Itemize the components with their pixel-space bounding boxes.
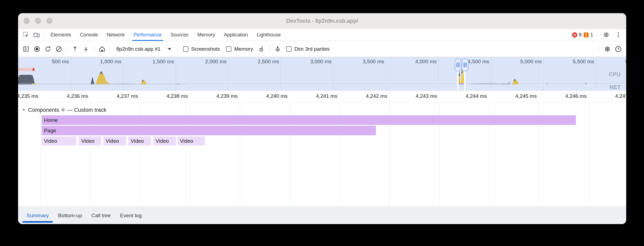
- divider: [269, 45, 270, 53]
- overview-tick-label: 2,500 ms: [258, 59, 279, 65]
- ruler-tick-label: 4,238 ms: [166, 93, 188, 99]
- selection-left-stem[interactable]: [457, 71, 459, 90]
- gear-icon: [604, 45, 611, 53]
- ruler-tick-label: 4,247 ms: [615, 93, 626, 99]
- ruler-tick-label: 4,243 ms: [416, 93, 437, 99]
- upload-icon: [71, 45, 79, 53]
- net-label: NET: [610, 84, 621, 90]
- track-bar-home[interactable]: Home: [42, 115, 576, 125]
- track-bar-video[interactable]: Video: [178, 136, 205, 145]
- ruler-tick-label: 4,242 ms: [366, 93, 387, 99]
- clear-button[interactable]: [54, 44, 64, 54]
- checkbox-label: Screenshots: [191, 46, 220, 52]
- target-selector[interactable]: 8p2n9n.csb.app #1: [113, 46, 175, 52]
- dim-3rd-parties-checkbox[interactable]: Dim 3rd parties: [283, 46, 332, 52]
- save-profile-button[interactable]: [81, 44, 91, 54]
- cpu-label: CPU: [609, 71, 621, 78]
- tab-performance[interactable]: Performance: [129, 29, 166, 41]
- checkbox-label: Memory: [234, 46, 253, 52]
- track-bar-video[interactable]: Video: [79, 136, 101, 145]
- checkbox-box: [183, 46, 188, 52]
- bottom-tab-summary[interactable]: Summary: [22, 207, 53, 224]
- bottom-tab-event-log[interactable]: Event log: [115, 207, 146, 224]
- window-title: DevTools - 8p2n9n.csb.app/: [18, 13, 626, 29]
- capture-settings-button[interactable]: [602, 44, 613, 54]
- help-icon: ?: [615, 45, 622, 53]
- svg-text:?: ?: [617, 47, 619, 51]
- track-bar-video[interactable]: Video: [153, 136, 176, 145]
- tab-elements[interactable]: Elements: [46, 29, 76, 41]
- warning-badge[interactable]: 1: [583, 32, 593, 38]
- titlebar: DevTools - 8p2n9n.csb.app/: [18, 13, 626, 29]
- track-bar-video[interactable]: Video: [103, 136, 126, 145]
- performance-toolbar: 8p2n9n.csb.app #1 Screenshots Memory: [18, 41, 626, 57]
- checkbox-box: [226, 46, 231, 52]
- net-divider-line: [18, 83, 626, 84]
- ruler-tick-label: 4,239 ms: [216, 93, 238, 99]
- detail-ruler[interactable]: 4,235 ms4,236 ms4,237 ms4,238 ms4,239 ms…: [18, 91, 626, 102]
- home-button[interactable]: [97, 44, 107, 54]
- divider: [597, 31, 597, 38]
- tab-memory[interactable]: Memory: [193, 29, 219, 41]
- tabbar-right: 8 1: [572, 30, 623, 40]
- tab-network[interactable]: Network: [102, 29, 129, 41]
- divider: [67, 45, 67, 53]
- divider: [44, 31, 44, 38]
- checkbox-box: [286, 46, 292, 52]
- ruler-tick-label: 4,245 ms: [515, 93, 537, 99]
- record-icon: [33, 45, 40, 53]
- collapse-triangle-icon: ▼: [22, 108, 26, 112]
- record-button[interactable]: [32, 44, 42, 54]
- track-lane: VideoVideoVideoVideoVideoVideo: [18, 136, 626, 145]
- collect-garbage-button[interactable]: [256, 44, 267, 54]
- tab-sources[interactable]: Sources: [166, 29, 193, 41]
- warning-icon: [583, 32, 589, 38]
- checkbox-label: Dim 3rd parties: [294, 46, 330, 52]
- reload-icon: [44, 45, 51, 53]
- timeline-overview[interactable]: 500 ms1,000 ms1,500 ms2,000 ms2,500 ms3,…: [18, 57, 626, 91]
- broom-icon: [258, 45, 265, 53]
- devtools-tabs: ElementsConsoleNetworkPerformanceSources…: [46, 29, 285, 41]
- help-button[interactable]: ?: [613, 44, 623, 54]
- record-and-reload-button[interactable]: [43, 44, 53, 54]
- error-badge[interactable]: 8: [572, 32, 582, 38]
- track-header-label: Components ⚛ — Custom track: [28, 107, 106, 113]
- isolate-selection-button[interactable]: [272, 44, 283, 54]
- settings-button[interactable]: [601, 30, 611, 40]
- more-options-button[interactable]: [613, 30, 623, 40]
- selection-left-handle[interactable]: [455, 59, 461, 71]
- overview-tick-label: 3,000 ms: [310, 59, 332, 65]
- bottom-tab-bottom-up[interactable]: Bottom-up: [53, 207, 87, 224]
- divider: [599, 45, 599, 53]
- track-bar-video[interactable]: Video: [128, 136, 151, 145]
- inspect-icon: [22, 31, 30, 38]
- bottom-tab-call-tree[interactable]: Call tree: [87, 207, 115, 224]
- selection-right-handle[interactable]: [462, 59, 468, 71]
- show-sidebar-button[interactable]: [21, 44, 31, 54]
- tab-console[interactable]: Console: [76, 29, 102, 41]
- home-icon: [98, 45, 106, 53]
- overview-tick-label: 4,500 ms: [468, 59, 489, 65]
- chevron-down-icon: [168, 48, 171, 50]
- inspect-element-button[interactable]: [21, 30, 31, 40]
- screenshots-checkbox[interactable]: Screenshots: [180, 46, 223, 52]
- overview-tick-label: 5,500 ms: [573, 59, 594, 65]
- track-bar-page[interactable]: Page: [42, 126, 376, 135]
- track-header[interactable]: ▼ Components ⚛ — Custom track: [22, 107, 106, 113]
- memory-checkbox[interactable]: Memory: [223, 46, 256, 52]
- clear-icon: [55, 45, 62, 53]
- download-icon: [82, 45, 89, 53]
- target-label: 8p2n9n.csb.app #1: [116, 46, 161, 52]
- tab-lighthouse[interactable]: Lighthouse: [252, 29, 285, 41]
- devtools-window: DevTools - 8p2n9n.csb.app/ ElementsConso…: [18, 13, 626, 224]
- load-profile-button[interactable]: [70, 44, 80, 54]
- device-toolbar-button[interactable]: [31, 30, 42, 40]
- overview-tick-label: 4,000 ms: [415, 59, 437, 65]
- flame-chart-area[interactable]: ▼ Components ⚛ — Custom track HomePageVi…: [18, 102, 626, 207]
- overview-tick-label: 5,000 ms: [520, 59, 542, 65]
- selection-right-stem[interactable]: [464, 71, 466, 90]
- tab-application[interactable]: Application: [219, 29, 252, 41]
- panel-left-icon: [22, 45, 30, 53]
- overview-tick-label: 1,500 ms: [153, 59, 174, 65]
- track-bar-video[interactable]: Video: [42, 136, 77, 145]
